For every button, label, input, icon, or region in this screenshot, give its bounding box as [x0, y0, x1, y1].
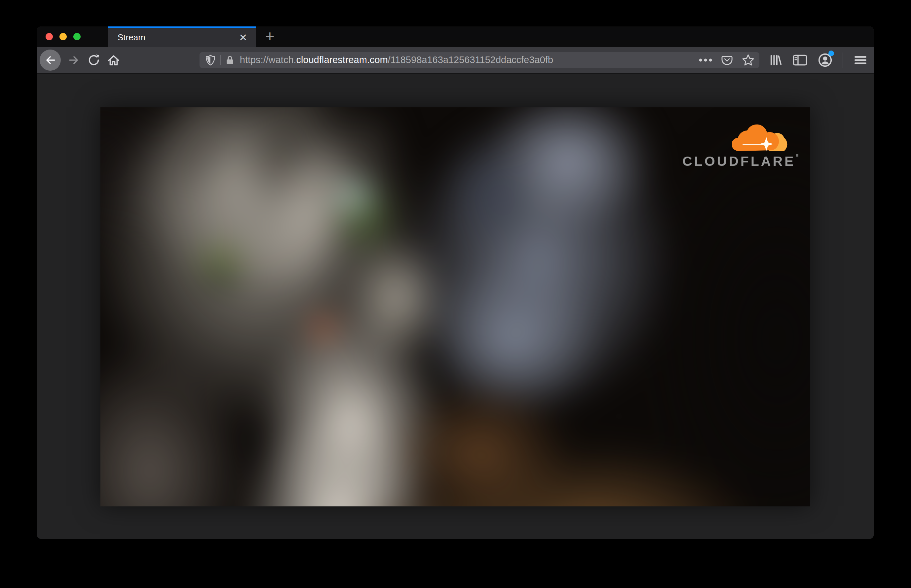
- screenshot-stage: Stream ✕ +: [0, 0, 911, 588]
- window-zoom-button[interactable]: [73, 33, 81, 40]
- cloudflare-wordmark: CLOUDFLARE: [682, 153, 791, 169]
- reload-icon: [87, 53, 100, 67]
- page-actions-icon[interactable]: [699, 58, 712, 62]
- toolbar-right-icons: [768, 53, 868, 68]
- window-minimize-button[interactable]: [60, 33, 67, 40]
- toolbar-separator: [843, 53, 843, 68]
- forward-arrow-icon: [67, 53, 81, 67]
- pocket-icon[interactable]: [721, 54, 733, 66]
- menu-hamburger-icon[interactable]: [853, 54, 868, 66]
- tracking-protection-shield-icon[interactable]: [205, 55, 215, 66]
- traffic-lights: [37, 26, 81, 47]
- tab-close-icon[interactable]: ✕: [236, 26, 250, 47]
- tab-stream[interactable]: Stream ✕: [108, 26, 256, 47]
- account-button[interactable]: [817, 53, 833, 68]
- url-domain: cloudflarestream.com: [296, 55, 388, 65]
- url-scheme: https://watch.: [240, 55, 296, 65]
- urlbar-divider: [220, 55, 221, 65]
- trademark-mark: [796, 154, 798, 157]
- cloudflare-cloud-icon: [732, 124, 788, 153]
- window-close-button[interactable]: [45, 33, 53, 40]
- navigation-toolbar: https://watch.cloudflarestream.com/11859…: [37, 47, 874, 74]
- url-text[interactable]: https://watch.cloudflarestream.com/11859…: [240, 55, 695, 65]
- back-button[interactable]: [40, 50, 61, 71]
- forward-button[interactable]: [65, 50, 82, 71]
- tab-bar: Stream ✕ +: [37, 26, 874, 47]
- urlbar-actions: [699, 53, 755, 67]
- new-tab-button[interactable]: +: [256, 26, 284, 47]
- back-arrow-icon: [44, 53, 57, 67]
- page-content: CLOUDFLARE: [37, 74, 874, 539]
- library-icon[interactable]: [768, 53, 782, 67]
- reload-button[interactable]: [84, 50, 103, 71]
- bookmark-star-icon[interactable]: [741, 53, 755, 67]
- video-player[interactable]: CLOUDFLARE: [100, 107, 810, 506]
- url-path: /118598a163a125631152ddaccfe3a0fb: [388, 55, 553, 65]
- lock-icon[interactable]: [225, 55, 234, 65]
- home-icon: [107, 53, 121, 67]
- tab-title: Stream: [118, 26, 145, 47]
- url-bar[interactable]: https://watch.cloudflarestream.com/11859…: [200, 52, 759, 68]
- home-button[interactable]: [104, 50, 123, 71]
- cloudflare-watermark: CLOUDFLARE: [682, 124, 791, 169]
- browser-window: Stream ✕ +: [37, 26, 874, 539]
- account-notification-dot: [829, 50, 834, 56]
- sidebar-toggle-icon[interactable]: [792, 53, 808, 67]
